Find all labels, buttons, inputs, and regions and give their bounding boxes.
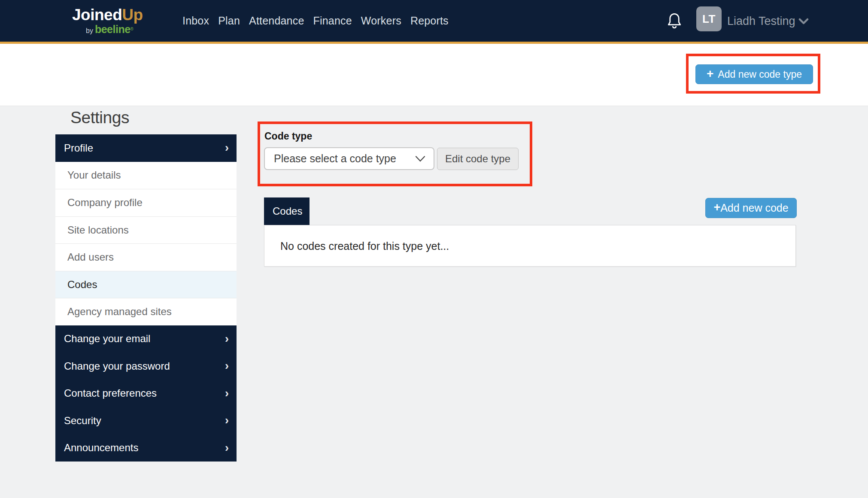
logo-wordmark: JoinedUp bbox=[72, 7, 143, 23]
sidebar-item-company-profile[interactable]: Company profile bbox=[55, 189, 237, 216]
sidebar-item-label: Change your email bbox=[64, 333, 150, 345]
add-new-code-button[interactable]: + Add new code bbox=[705, 198, 797, 218]
joinedup-logo[interactable]: JoinedUp bybeeline® bbox=[72, 7, 143, 35]
sidebar-item-label: Announcements bbox=[64, 442, 138, 454]
chevron-right-icon: › bbox=[225, 360, 229, 372]
sidebar-item-security[interactable]: Security › bbox=[55, 407, 237, 434]
sidebar-item-label: Agency managed sites bbox=[67, 306, 172, 318]
edit-code-type-label: Edit code type bbox=[445, 153, 510, 165]
logo-beeline-text: beeline bbox=[95, 23, 131, 35]
logo-byline: bybeeline® bbox=[86, 24, 143, 35]
sidebar-item-add-users[interactable]: Add users bbox=[55, 243, 237, 271]
sidebar-item-label: Codes bbox=[67, 279, 97, 291]
sidebar-item-contact-preferences[interactable]: Contact preferences › bbox=[55, 380, 237, 407]
notifications-button[interactable] bbox=[666, 12, 683, 31]
avatar-initials: LT bbox=[702, 12, 716, 26]
plus-icon: + bbox=[707, 68, 713, 80]
avatar[interactable]: LT bbox=[696, 6, 722, 31]
codes-tab[interactable]: Codes bbox=[264, 197, 310, 225]
sidebar-item-announcements[interactable]: Announcements › bbox=[55, 434, 237, 462]
page-title: Settings bbox=[70, 108, 129, 127]
codes-panel: No codes created for this type yet... bbox=[264, 225, 796, 267]
sidebar-item-label: Company profile bbox=[67, 197, 143, 209]
code-type-select-value: Please select a code type bbox=[274, 152, 396, 165]
sidebar-item-codes[interactable]: Codes bbox=[55, 271, 237, 298]
settings-sidebar: Profile › Your details Company profile S… bbox=[55, 134, 237, 462]
main-nav: Inbox Plan Attendance Finance Workers Re… bbox=[182, 0, 449, 42]
sidebar-item-site-locations[interactable]: Site locations bbox=[55, 216, 237, 244]
bell-icon bbox=[666, 12, 683, 31]
codes-tab-label: Codes bbox=[273, 205, 302, 217]
chevron-right-icon: › bbox=[225, 388, 229, 399]
plus-icon: + bbox=[713, 202, 720, 213]
sidebar-item-label: Security bbox=[64, 415, 101, 427]
sidebar-item-change-your-password[interactable]: Change your password › bbox=[55, 352, 237, 380]
user-menu-button[interactable] bbox=[798, 18, 809, 27]
sidebar-item-label: Profile bbox=[64, 142, 93, 154]
registered-mark-icon: ® bbox=[131, 27, 134, 31]
add-new-code-type-button[interactable]: + Add new code type bbox=[695, 64, 813, 84]
nav-finance[interactable]: Finance bbox=[313, 15, 352, 27]
chevron-right-icon: › bbox=[225, 333, 229, 345]
chevron-down-icon bbox=[798, 18, 809, 25]
add-new-code-label: Add new code bbox=[720, 202, 788, 214]
logo-by-text: by bbox=[86, 27, 93, 34]
sidebar-item-label: Site locations bbox=[67, 224, 129, 236]
logo-joined-text: Joined bbox=[72, 6, 122, 24]
add-new-code-type-label: Add new code type bbox=[718, 69, 802, 80]
topbar: JoinedUp bybeeline® Inbox Plan Attendanc… bbox=[0, 0, 868, 44]
sidebar-item-profile[interactable]: Profile › bbox=[55, 134, 237, 162]
chevron-right-icon: › bbox=[225, 415, 229, 426]
sidebar-item-label: Add users bbox=[67, 251, 114, 263]
code-type-select[interactable]: Please select a code type bbox=[264, 147, 434, 170]
sidebar-item-label: Contact preferences bbox=[64, 387, 157, 399]
chevron-right-icon: › bbox=[225, 142, 229, 154]
codes-empty-message: No codes created for this type yet... bbox=[280, 240, 449, 252]
select-chevron-down-icon bbox=[415, 155, 426, 162]
user-menu-name[interactable]: Liadh Testing bbox=[727, 15, 795, 28]
chevron-right-icon: › bbox=[225, 442, 229, 454]
edit-code-type-button[interactable]: Edit code type bbox=[437, 148, 519, 170]
sidebar-item-your-details[interactable]: Your details bbox=[55, 162, 237, 189]
nav-reports[interactable]: Reports bbox=[410, 15, 449, 27]
sidebar-item-label: Your details bbox=[67, 169, 121, 181]
nav-attendance[interactable]: Attendance bbox=[249, 15, 304, 27]
logo-up-text: Up bbox=[122, 6, 143, 24]
nav-plan[interactable]: Plan bbox=[218, 15, 240, 27]
code-type-label: Code type bbox=[264, 131, 312, 142]
nav-inbox[interactable]: Inbox bbox=[182, 15, 209, 27]
nav-workers[interactable]: Workers bbox=[361, 15, 401, 27]
sidebar-item-change-your-email[interactable]: Change your email › bbox=[55, 325, 237, 353]
sidebar-item-agency-managed-sites[interactable]: Agency managed sites bbox=[55, 298, 237, 325]
sidebar-item-label: Change your password bbox=[64, 360, 170, 372]
